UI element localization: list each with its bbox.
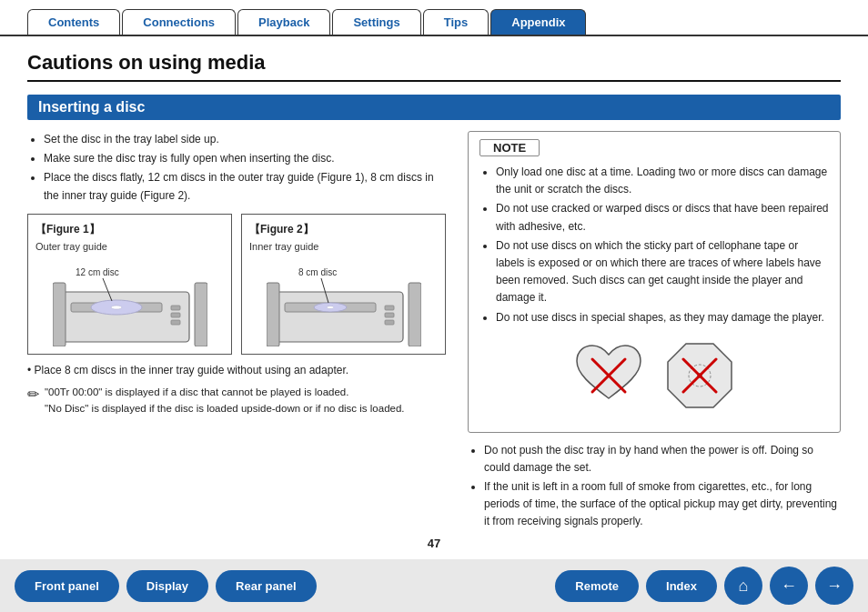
figure-2-box: 【Figure 2】 Inner tray guide 8 cm disc	[241, 214, 446, 355]
title-divider	[27, 80, 841, 82]
remote-button[interactable]: Remote	[555, 570, 639, 602]
tab-tips[interactable]: Tips	[423, 9, 490, 35]
svg-rect-7	[53, 283, 66, 346]
pencil-icon: ✏	[27, 386, 39, 403]
forward-button[interactable]: →	[815, 567, 853, 605]
extra-item: Do not push the disc tray in by hand whe…	[484, 442, 841, 477]
svg-rect-8	[195, 283, 207, 346]
bottom-nav-left: Front panel Display Rear panel	[15, 570, 317, 602]
tab-connections[interactable]: Connections	[122, 9, 236, 35]
extra-bullet-list: Do not push the disc tray in by hand whe…	[468, 442, 841, 531]
bottom-nav-right: Remote Index ⌂ ← →	[555, 567, 853, 605]
note-box: NOTE Only load one disc at a time. Loadi…	[468, 131, 841, 433]
tab-settings[interactable]: Settings	[332, 9, 420, 35]
svg-rect-5	[171, 313, 180, 317]
list-item: Set the disc in the tray label side up.	[44, 131, 446, 148]
note-item: Do not use discs on which the sticky par…	[496, 237, 829, 307]
svg-text:12 cm disc: 12 cm disc	[76, 267, 119, 277]
figure-1-sub-label: Outer tray guide	[35, 241, 224, 252]
svg-rect-4	[171, 306, 180, 310]
rear-panel-button[interactable]: Rear panel	[216, 570, 316, 602]
svg-rect-17	[385, 320, 394, 325]
place-note: • Place 8 cm discs in the inner tray gui…	[27, 364, 446, 376]
disc-warning-heart	[572, 339, 645, 412]
tab-appendix[interactable]: Appendix	[490, 9, 586, 35]
tab-contents[interactable]: Contents	[27, 9, 120, 35]
top-navigation: Contents Connections Playback Settings T…	[0, 0, 868, 36]
svg-rect-11	[276, 292, 403, 342]
svg-rect-0	[62, 292, 189, 342]
back-button[interactable]: ←	[770, 567, 808, 605]
content-area: Cautions on using media Inserting a disc…	[0, 36, 868, 540]
bottom-navigation: Front panel Display Rear panel Remote In…	[0, 559, 868, 612]
figure-1-svg: 12 cm disc	[53, 256, 207, 346]
figure-2-label: 【Figure 2】	[249, 222, 438, 237]
left-bullet-list: Set the disc in the tray label side up. …	[27, 131, 446, 205]
list-item: Make sure the disc tray is fully open wh…	[44, 150, 446, 167]
figure-2-svg: 8 cm disc	[267, 256, 421, 346]
page-number: 47	[428, 537, 440, 550]
note-bullet-list: Only load one disc at a time. Loading tw…	[479, 164, 829, 326]
svg-text:8 cm disc: 8 cm disc	[298, 267, 337, 277]
front-panel-button[interactable]: Front panel	[15, 570, 119, 602]
note-title: NOTE	[479, 139, 540, 156]
disc-warning-images	[479, 339, 829, 412]
figures-row: 【Figure 1】 Outer tray guide	[27, 214, 446, 355]
pencil-note: ✏ "00Tr 00:00" is displayed if a disc th…	[27, 384, 446, 417]
note-item: Only load one disc at a time. Loading tw…	[496, 164, 829, 198]
disc-warning-octagon	[663, 339, 736, 412]
pencil-note-2: "No Disc" is displayed if the disc is lo…	[45, 400, 405, 416]
figure-2-sub-label: Inner tray guide	[249, 241, 438, 252]
two-column-layout: Set the disc in the tray label side up. …	[27, 131, 841, 540]
tab-playback[interactable]: Playback	[237, 9, 330, 35]
pencil-note-1: "00Tr 00:00" is displayed if a disc that…	[45, 384, 405, 400]
page-title: Cautions on using media	[27, 51, 841, 75]
list-item: Place the discs flatly, 12 cm discs in t…	[44, 169, 446, 204]
svg-rect-18	[267, 283, 279, 346]
svg-point-3	[111, 306, 122, 309]
section-header: Inserting a disc	[27, 95, 841, 120]
svg-point-14	[327, 306, 334, 308]
svg-rect-19	[409, 283, 421, 346]
svg-rect-15	[385, 306, 394, 310]
home-button[interactable]: ⌂	[724, 567, 762, 605]
left-column: Set the disc in the tray label side up. …	[27, 131, 446, 540]
extra-item: If the unit is left in a room full of sm…	[484, 478, 841, 531]
pencil-texts: "00Tr 00:00" is displayed if a disc that…	[45, 384, 405, 417]
figure-1-label: 【Figure 1】	[35, 222, 224, 237]
note-item: Do not use discs in special shapes, as t…	[496, 309, 829, 326]
svg-rect-6	[171, 320, 180, 325]
note-item: Do not use cracked or warped discs or di…	[496, 200, 829, 235]
svg-rect-16	[385, 313, 394, 317]
figure-1-box: 【Figure 1】 Outer tray guide	[27, 214, 232, 355]
right-column: NOTE Only load one disc at a time. Loadi…	[468, 131, 841, 540]
index-button[interactable]: Index	[646, 570, 717, 602]
display-button[interactable]: Display	[126, 570, 208, 602]
